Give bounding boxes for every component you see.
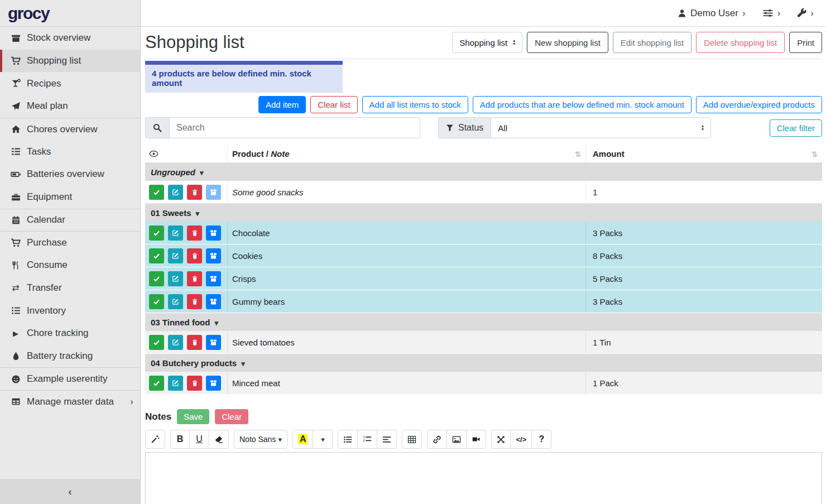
- item-amount: 3 Packs: [593, 228, 622, 238]
- notes-section-header: Notes Save Clear: [145, 409, 822, 424]
- user-menu[interactable]: Demo User: [678, 8, 746, 19]
- add-item-button[interactable]: Add item: [258, 96, 306, 113]
- edit-item-button[interactable]: [168, 271, 183, 286]
- paragraph-align-icon[interactable]: [377, 430, 397, 449]
- insert-link-icon[interactable]: [427, 430, 447, 449]
- item-amount: 3 Packs: [593, 297, 622, 306]
- search-input[interactable]: [169, 117, 420, 138]
- font-color-button[interactable]: A: [292, 430, 314, 449]
- add-all-to-stock-button[interactable]: Add all list items to stock: [362, 96, 468, 113]
- mark-done-button[interactable]: [149, 271, 164, 286]
- shopping-list-select[interactable]: Shopping list ▴▾: [452, 32, 522, 53]
- sidebar-item-recipes[interactable]: Recipes: [0, 72, 140, 95]
- mark-done-button[interactable]: [149, 294, 164, 309]
- amount-column-header[interactable]: Amount: [586, 149, 822, 159]
- add-to-stock-button[interactable]: [206, 248, 221, 263]
- add-to-stock-button[interactable]: [206, 335, 221, 350]
- product-column-header[interactable]: Product / Note: [228, 145, 586, 162]
- edit-item-button[interactable]: [168, 225, 183, 241]
- bold-button[interactable]: B: [170, 430, 190, 449]
- delete-item-button[interactable]: [187, 248, 202, 263]
- status-select[interactable]: All ▴▾: [491, 117, 711, 138]
- add-to-stock-button[interactable]: [206, 271, 221, 286]
- sidebar-item-battery-tracking[interactable]: Battery tracking: [0, 345, 140, 368]
- delete-item-button[interactable]: [187, 335, 202, 350]
- sidebar-item-purchase[interactable]: Purchase: [0, 231, 140, 254]
- fullscreen-icon[interactable]: [491, 430, 511, 449]
- add-to-stock-button[interactable]: [206, 294, 221, 309]
- sidebar-item-tasks[interactable]: Tasks: [0, 140, 140, 163]
- code-view-button[interactable]: </>: [511, 430, 532, 449]
- edit-item-button[interactable]: [168, 248, 183, 263]
- sidebar-item-stock-overview[interactable]: Stock overview: [0, 27, 140, 50]
- clear-filter-button[interactable]: Clear filter: [770, 119, 822, 137]
- chevron-right-icon: [130, 396, 133, 407]
- shopping-list-select-value: Shopping list: [459, 38, 507, 47]
- font-family-select[interactable]: Noto Sans: [234, 430, 287, 449]
- sidebar-item-shopping-list[interactable]: Shopping list: [0, 50, 140, 73]
- sidebar-item-meal-plan[interactable]: Meal plan: [0, 95, 140, 118]
- help-button[interactable]: ?: [532, 430, 551, 449]
- admin-menu[interactable]: [797, 8, 814, 19]
- sidebar-item-manage-master-data[interactable]: Manage master data: [0, 390, 140, 413]
- insert-video-icon[interactable]: [467, 430, 486, 449]
- delete-item-button[interactable]: [187, 294, 202, 309]
- sidebar-item-equipment[interactable]: Equipment: [0, 186, 140, 209]
- add-overdue-button[interactable]: Add overdue/expired products: [696, 96, 822, 113]
- group-header-butchery[interactable]: 04 Butchery products: [145, 354, 822, 372]
- add-to-stock-button[interactable]: [206, 185, 221, 200]
- sidebar-item-consume[interactable]: Consume: [0, 254, 140, 277]
- edit-shopping-list-button[interactable]: Edit shopping list: [613, 32, 691, 53]
- edit-item-button[interactable]: [168, 185, 183, 200]
- delete-item-button[interactable]: [187, 271, 202, 286]
- sidebar-item-chore-tracking[interactable]: Chore tracking: [0, 322, 140, 345]
- group-header-tinned-food[interactable]: 03 Tinned food: [145, 313, 822, 331]
- edit-item-button[interactable]: [168, 376, 183, 391]
- sidebar-item-calendar[interactable]: Calendar: [0, 209, 140, 232]
- new-shopping-list-button[interactable]: New shopping list: [527, 32, 608, 53]
- edit-item-button[interactable]: [168, 335, 183, 350]
- delete-item-button[interactable]: [187, 376, 202, 391]
- clear-list-button[interactable]: Clear list: [310, 96, 357, 113]
- home-icon: [9, 124, 22, 134]
- delete-item-button[interactable]: [187, 185, 202, 200]
- print-button[interactable]: Print: [789, 32, 822, 53]
- add-to-stock-button[interactable]: [206, 225, 221, 241]
- ordered-list-icon[interactable]: 12: [358, 430, 377, 449]
- delete-item-button[interactable]: [187, 225, 202, 241]
- list-actions-row: Add item Clear list Add all list items t…: [145, 96, 822, 113]
- utensils-icon: [9, 261, 22, 270]
- delete-shopping-list-button[interactable]: Delete shopping list: [696, 32, 785, 53]
- status-select-value: All: [498, 123, 507, 133]
- notes-editor-area[interactable]: [145, 452, 822, 504]
- style-magic-icon[interactable]: [145, 430, 165, 449]
- add-to-stock-button[interactable]: [206, 376, 221, 391]
- eraser-icon[interactable]: [209, 430, 229, 449]
- sidebar-item-chores-overview[interactable]: Chores overview: [0, 118, 140, 141]
- mark-done-button[interactable]: [149, 335, 164, 350]
- insert-image-icon[interactable]: [447, 430, 467, 449]
- notes-clear-button[interactable]: Clear: [215, 409, 248, 424]
- insert-table-icon[interactable]: [402, 430, 422, 449]
- mark-done-button[interactable]: [149, 185, 164, 200]
- group-header-sweets[interactable]: 01 Sweets: [145, 204, 822, 222]
- underline-button[interactable]: U: [190, 430, 209, 449]
- settings-menu[interactable]: [762, 8, 781, 19]
- mark-done-button[interactable]: [149, 225, 164, 241]
- sidebar-item-example-userentity[interactable]: Example userentity: [0, 367, 140, 390]
- edit-item-button[interactable]: [168, 294, 183, 309]
- add-below-min-button[interactable]: Add products that are below defined min.…: [473, 96, 691, 113]
- mark-done-button[interactable]: [149, 248, 164, 263]
- item-product-name: Minced meat: [232, 378, 280, 388]
- notes-save-button[interactable]: Save: [177, 409, 209, 424]
- sidebar-item-transfer[interactable]: Transfer: [0, 277, 140, 300]
- sidebar-item-batteries-overview[interactable]: Batteries overview: [0, 163, 140, 186]
- eye-icon[interactable]: [149, 149, 159, 159]
- font-color-caret[interactable]: [313, 430, 333, 449]
- mark-done-button[interactable]: [149, 376, 164, 391]
- group-header-ungrouped[interactable]: Ungrouped: [145, 163, 822, 181]
- below-min-stock-alert[interactable]: 4 products are below defined min. stock …: [145, 61, 343, 93]
- unordered-list-icon[interactable]: [338, 430, 358, 449]
- sidebar-item-inventory[interactable]: Inventory: [0, 299, 140, 322]
- sidebar-collapse-button[interactable]: [0, 479, 140, 504]
